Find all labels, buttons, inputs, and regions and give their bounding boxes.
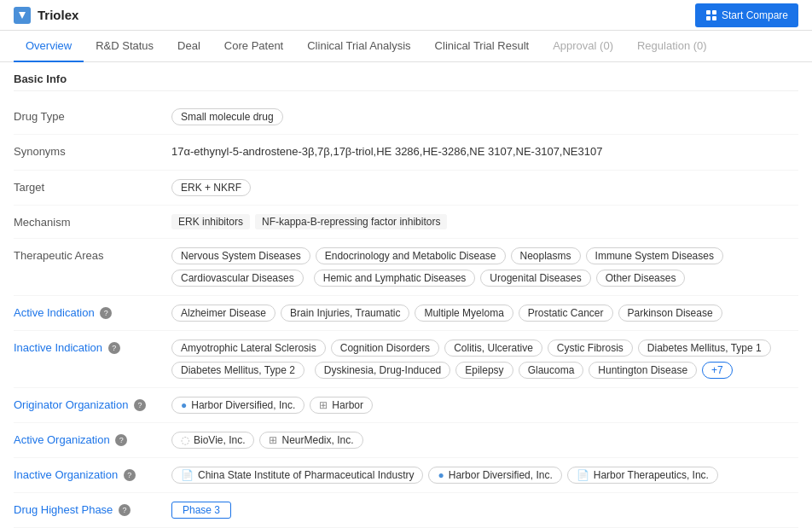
active-org-1[interactable]: ◌ BioVie, Inc. bbox=[171, 432, 254, 449]
inactive-org-3[interactable]: 📄 Harbor Therapeutics, Inc. bbox=[567, 467, 718, 484]
originator-org-help-icon[interactable]: ? bbox=[134, 399, 146, 411]
originator-org-2[interactable]: ⊞ Harbor bbox=[310, 397, 373, 414]
active-org-value: ◌ BioVie, Inc. ⊞ NeurMedix, Inc. bbox=[171, 432, 798, 449]
drug-highest-phase-value: Phase 3 bbox=[171, 502, 798, 519]
org-icon-2: ⊞ bbox=[319, 399, 328, 411]
synonyms-row: Synonyms 17α-ethynyl-5-androstene-3β,7β,… bbox=[14, 135, 798, 171]
synonyms-text: 17α-ethynyl-5-androstene-3β,7β,17β-triol… bbox=[171, 143, 602, 161]
inactive-org-1[interactable]: 📄 China State Institute of Pharmaceutica… bbox=[171, 467, 423, 484]
org-icon-5: 📄 bbox=[181, 469, 194, 481]
header-left: Triolex bbox=[14, 7, 78, 24]
org-icon-7: 📄 bbox=[577, 469, 589, 481]
svg-rect-0 bbox=[706, 10, 710, 15]
active-indication-value: Alzheimer Disease Brain Injuries, Trauma… bbox=[171, 305, 798, 322]
inactive-ind-1[interactable]: Amyotrophic Lateral Sclerosis bbox=[171, 339, 326, 357]
active-ind-3[interactable]: Multiple Myeloma bbox=[415, 305, 513, 322]
therapeutic-areas-value: Nervous System Diseases Endocrinology an… bbox=[171, 247, 798, 287]
active-ind-5[interactable]: Parkinson Disease bbox=[618, 305, 722, 322]
drug-highest-phase-row: Drug Highest Phase ? Phase 3 bbox=[14, 493, 798, 528]
tab-overview[interactable]: Overview bbox=[14, 31, 84, 62]
target-value: ERK + NKRF bbox=[171, 179, 798, 196]
target-row: Target ERK + NKRF bbox=[14, 171, 798, 206]
inactive-ind-7[interactable]: Dyskinesia, Drug-Induced bbox=[315, 362, 450, 379]
drug-type-row: Drug Type Small molecule drug bbox=[14, 100, 798, 135]
inactive-ind-8[interactable]: Epilepsy bbox=[455, 362, 513, 379]
therapeutic-tag-5[interactable]: Cardiovascular Diseases bbox=[171, 270, 304, 287]
therapeutic-tag-3[interactable]: Neoplasms bbox=[511, 247, 581, 264]
active-org-label: Active Organization ? bbox=[14, 432, 171, 447]
tab-approval: Approval (0) bbox=[541, 31, 625, 62]
svg-rect-1 bbox=[712, 10, 716, 15]
inactive-ind-3[interactable]: Colitis, Ulcerative bbox=[444, 339, 542, 357]
synonyms-label: Synonyms bbox=[14, 143, 171, 158]
inactive-org-help-icon[interactable]: ? bbox=[124, 469, 136, 481]
nav-tabs: Overview R&D Status Deal Core Patent Cli… bbox=[0, 31, 812, 62]
active-ind-1[interactable]: Alzheimer Disease bbox=[171, 305, 276, 322]
app-title: Triolex bbox=[38, 8, 78, 22]
tab-regulation: Regulation (0) bbox=[625, 31, 719, 62]
mechanism-item-1: ERK inhibitors bbox=[171, 214, 250, 229]
mechanism-item-2: NF-kappa-B-repressing factor inhibitors bbox=[255, 214, 447, 229]
drug-type-tag: Small molecule drug bbox=[171, 108, 283, 125]
inactive-indication-help-icon[interactable]: ? bbox=[108, 342, 120, 354]
tab-clinical-trial-analysis[interactable]: Clinical Trial Analysis bbox=[295, 31, 422, 62]
org-icon-3: ◌ bbox=[181, 434, 189, 446]
therapeutic-tag-8[interactable]: Other Diseases bbox=[596, 270, 686, 287]
inactive-ind-5[interactable]: Diabetes Mellitus, Type 1 bbox=[638, 339, 771, 357]
target-tag: ERK + NKRF bbox=[171, 179, 251, 196]
drug-type-value: Small molecule drug bbox=[171, 108, 798, 125]
active-org-row: Active Organization ? ◌ BioVie, Inc. ⊞ N… bbox=[14, 423, 798, 458]
tab-rd-status[interactable]: R&D Status bbox=[84, 31, 165, 62]
main-content: Basic Info Drug Type Small molecule drug… bbox=[0, 62, 812, 528]
inactive-ind-6[interactable]: Diabetes Mellitus, Type 2 bbox=[171, 362, 304, 379]
therapeutic-areas-label: Therapeutic Areas bbox=[14, 247, 171, 262]
inactive-ind-4[interactable]: Cystic Fibrosis bbox=[548, 339, 633, 357]
therapeutic-tag-4[interactable]: Immune System Diseases bbox=[586, 247, 723, 264]
originator-org-1[interactable]: ● Harbor Diversified, Inc. bbox=[171, 397, 304, 414]
inactive-ind-more[interactable]: +7 bbox=[702, 362, 733, 379]
therapeutic-areas-row: Therapeutic Areas Nervous System Disease… bbox=[14, 239, 798, 296]
inactive-ind-2[interactable]: Cognition Disorders bbox=[331, 339, 439, 357]
originator-org-value: ● Harbor Diversified, Inc. ⊞ Harbor bbox=[171, 397, 798, 414]
originator-org-label: Originator Organization ? bbox=[14, 397, 171, 412]
therapeutic-tag-7[interactable]: Urogenital Diseases bbox=[480, 270, 590, 287]
therapeutic-tag-6[interactable]: Hemic and Lymphatic Diseases bbox=[314, 270, 476, 287]
tab-core-patent[interactable]: Core Patent bbox=[212, 31, 295, 62]
org-icon-6: ● bbox=[438, 469, 444, 481]
originator-org-row: Originator Organization ? ● Harbor Diver… bbox=[14, 388, 798, 423]
svg-rect-3 bbox=[712, 16, 716, 20]
section-header: Basic Info bbox=[14, 73, 798, 91]
active-indication-label: Active Indication ? bbox=[14, 305, 171, 320]
drug-type-label: Drug Type bbox=[14, 108, 171, 123]
inactive-org-row: Inactive Organization ? 📄 China State In… bbox=[14, 458, 798, 493]
svg-rect-2 bbox=[706, 16, 710, 20]
phase-badge: Phase 3 bbox=[171, 502, 231, 519]
org-icon-4: ⊞ bbox=[269, 434, 277, 446]
active-indication-help-icon[interactable]: ? bbox=[100, 307, 112, 319]
therapeutic-tag-2[interactable]: Endocrinology and Metabolic Disease bbox=[316, 247, 506, 264]
active-ind-4[interactable]: Prostatic Cancer bbox=[519, 305, 613, 322]
active-org-2[interactable]: ⊞ NeurMedix, Inc. bbox=[259, 432, 362, 449]
start-compare-button[interactable]: Start Compare bbox=[695, 3, 798, 27]
tab-deal[interactable]: Deal bbox=[165, 31, 212, 62]
active-org-help-icon[interactable]: ? bbox=[115, 434, 127, 446]
inactive-org-2[interactable]: ● Harbor Diversified, Inc. bbox=[428, 467, 561, 484]
drug-highest-phase-label: Drug Highest Phase ? bbox=[14, 502, 171, 517]
app-logo bbox=[14, 7, 31, 24]
therapeutic-tag-1[interactable]: Nervous System Diseases bbox=[171, 247, 310, 264]
mechanism-row: Mechanism ERK inhibitors NF-kappa-B-repr… bbox=[14, 206, 798, 239]
inactive-indication-label: Inactive Indication ? bbox=[14, 339, 171, 355]
mechanism-label: Mechanism bbox=[14, 214, 171, 229]
active-indication-row: Active Indication ? Alzheimer Disease Br… bbox=[14, 296, 798, 331]
inactive-ind-9[interactable]: Glaucoma bbox=[519, 362, 584, 379]
inactive-ind-10[interactable]: Huntington Disease bbox=[589, 362, 697, 379]
tab-clinical-trial-result[interactable]: Clinical Trial Result bbox=[423, 31, 542, 62]
synonyms-value: 17α-ethynyl-5-androstene-3β,7β,17β-triol… bbox=[171, 143, 798, 161]
target-label: Target bbox=[14, 179, 171, 194]
drug-highest-phase-help-icon[interactable]: ? bbox=[119, 504, 130, 516]
active-ind-2[interactable]: Brain Injuries, Traumatic bbox=[281, 305, 409, 322]
inactive-org-label: Inactive Organization ? bbox=[14, 467, 171, 482]
inactive-indication-row: Inactive Indication ? Amyotrophic Latera… bbox=[14, 331, 798, 388]
app-header: Triolex Start Compare bbox=[0, 0, 812, 31]
org-icon-1: ● bbox=[181, 399, 187, 411]
